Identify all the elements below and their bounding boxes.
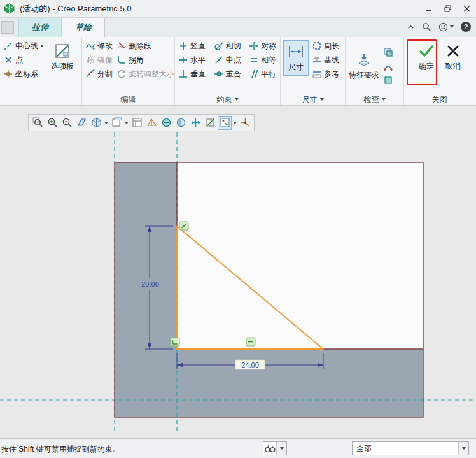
selection-filter-value: 全部 — [353, 443, 458, 454]
mirror-button[interactable]: 镜像 — [83, 53, 115, 67]
status-bar: 按住 Shift 键可禁用捕捉到新约束。 全部 — [0, 438, 476, 458]
reference-dimension-button[interactable]: 参考 — [310, 67, 341, 81]
window-controls — [419, 0, 476, 17]
datum-display-icon[interactable] — [144, 116, 158, 130]
point-button[interactable]: 点 — [1, 53, 46, 67]
title-bar: (活动的) - Creo Parametric 5.0 — [0, 0, 476, 18]
symmetric-constraint-icon — [249, 41, 259, 51]
group-constrain: 竖直 水平 垂直 — [174, 37, 280, 105]
repaint-icon[interactable] — [74, 116, 88, 130]
help-icon[interactable]: ? — [461, 22, 471, 32]
highlight-open-ends-icon — [383, 61, 393, 71]
group-dimension: 尺寸 周长 — [280, 37, 345, 105]
perpendicular-constraint-icon — [178, 69, 188, 79]
coincident-constraint-icon — [214, 69, 224, 79]
constraint-tangent-button[interactable]: 相切 — [212, 39, 248, 53]
zoom-in-icon[interactable] — [45, 116, 59, 130]
rotate-resize-button[interactable]: 旋转调整大小 — [115, 67, 176, 81]
close-button[interactable] — [457, 0, 476, 17]
vertical-constraint-icon — [178, 41, 188, 51]
modify-icon — [85, 41, 95, 51]
delete-segment-button[interactable]: 删除段 — [115, 39, 176, 53]
perimeter-icon — [312, 41, 322, 51]
perimeter-button[interactable]: 周长 — [310, 39, 341, 53]
delete-segment-icon — [116, 41, 127, 51]
highlight-open-ends-button[interactable] — [381, 59, 395, 73]
feature-requirements-button[interactable]: 特征要求 — [347, 52, 381, 81]
sketch-orientation-icon[interactable] — [203, 116, 217, 130]
chevron-down-icon — [450, 25, 454, 28]
window-title: (活动的) - Creo Parametric 5.0 — [20, 3, 132, 15]
constraint-vertical-button[interactable]: 竖直 — [176, 39, 212, 53]
tab-extrude[interactable]: 拉伸 — [18, 18, 62, 37]
selection-filter[interactable]: 全部 — [352, 441, 469, 455]
sketch-viewport[interactable]: 20.00 24.00 — [0, 106, 476, 438]
constraint-perpendicular-button[interactable]: 垂直 — [176, 67, 212, 81]
view-manager-icon[interactable] — [130, 116, 144, 130]
group-label-dimension[interactable]: 尺寸 — [282, 94, 344, 105]
minimize-button[interactable] — [419, 0, 438, 17]
shade-display-icon[interactable] — [174, 116, 188, 130]
display-style-dropdown[interactable] — [104, 116, 109, 130]
saved-views-dropdown[interactable] — [124, 116, 129, 130]
ribbon-tab-bar: 拉伸 草绘 ? — [0, 18, 476, 37]
constraint-midpoint-button[interactable]: 中点 — [212, 53, 248, 67]
spin-center-icon[interactable] — [188, 116, 202, 130]
corner-button[interactable]: 拐角 — [115, 53, 176, 67]
divide-button[interactable]: 分割 — [83, 67, 115, 81]
constraint-horizontal-midedge[interactable] — [246, 338, 255, 346]
constraint-coincident-button[interactable]: 重合 — [212, 67, 248, 81]
sketcher-display-dropdown[interactable] — [232, 116, 237, 130]
graphics-area[interactable]: 20.00 24.00 — [0, 106, 476, 438]
constraint-horizontal-button[interactable]: 水平 — [176, 53, 212, 67]
group-label-constrain[interactable]: 约束 — [176, 94, 279, 105]
tab-sketch[interactable]: 草绘 — [62, 18, 105, 37]
refit-icon[interactable] — [31, 116, 45, 130]
modify-button[interactable]: 修改 — [83, 39, 115, 53]
zoom-out-icon[interactable] — [60, 116, 74, 130]
group-label-edit[interactable]: 编辑 — [83, 94, 173, 105]
dimension-value-vertical: 20.00 — [141, 280, 159, 288]
constraint-parallel-button[interactable]: 平行 — [247, 67, 279, 81]
constraint-perpendicular-corner[interactable] — [171, 338, 179, 346]
shade-closed-loops-button[interactable] — [381, 73, 395, 87]
search-icon[interactable] — [422, 22, 431, 32]
minimize-ribbon-icon[interactable] — [407, 23, 415, 31]
group-label-inspect[interactable]: 检查 — [347, 94, 402, 105]
dimension-button[interactable]: 尺寸 — [283, 40, 309, 76]
saved-views-icon[interactable] — [109, 116, 123, 130]
display-style-icon[interactable] — [89, 116, 103, 130]
ribbon: 中心线 点 坐标系 — [0, 37, 476, 106]
quick-access-icon[interactable] — [1, 21, 14, 34]
divide-icon — [85, 69, 95, 79]
constraint-on-edge-top[interactable] — [179, 222, 188, 230]
restore-button[interactable] — [438, 0, 457, 17]
csys-button[interactable]: 坐标系 — [1, 67, 46, 81]
chevron-down-icon — [320, 98, 324, 101]
baseline-icon — [312, 55, 322, 65]
overlapping-geometry-button[interactable] — [381, 45, 395, 59]
graphics-toolbar — [28, 114, 255, 131]
overlapping-geometry-icon — [383, 47, 393, 57]
baseline-button[interactable]: 基线 — [310, 53, 341, 67]
connect-menu[interactable] — [438, 22, 454, 32]
find-dropdown[interactable] — [276, 442, 286, 455]
constraint-symmetric-button[interactable]: 对称 — [247, 39, 279, 53]
feature-requirements-icon — [356, 52, 372, 69]
chevron-down-icon — [382, 98, 386, 101]
sketcher-display-filters-icon[interactable] — [218, 116, 232, 130]
cancel-button[interactable]: 取消 — [441, 40, 465, 75]
group-edit: 修改 镜像 — [81, 37, 174, 105]
selection-filter-dropdown[interactable] — [458, 442, 468, 455]
parallel-constraint-icon — [249, 69, 259, 79]
section-display-icon[interactable] — [238, 116, 252, 130]
centerline-icon — [3, 41, 13, 51]
centerline-button[interactable]: 中心线 — [1, 39, 46, 53]
palette-button[interactable]: 选项板 — [47, 40, 78, 75]
coordinate-system-icon — [3, 69, 13, 79]
ok-button[interactable]: 确定 — [414, 40, 438, 75]
shade-closed-loops-icon — [383, 75, 393, 85]
annotation-display-icon[interactable] — [159, 116, 173, 130]
constraint-equal-button[interactable]: 相等 — [247, 53, 279, 67]
find-tool[interactable] — [263, 441, 287, 455]
